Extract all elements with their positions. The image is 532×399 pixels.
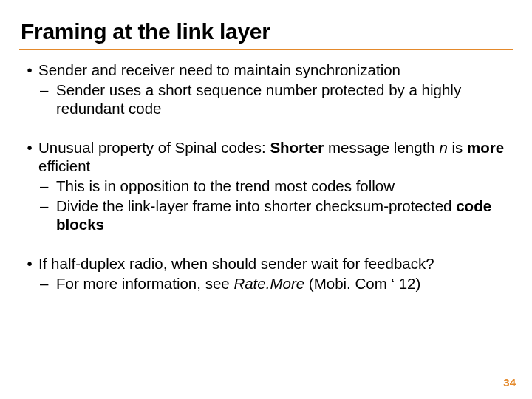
slide: Framing at the link layer • Sender and r… bbox=[0, 0, 532, 399]
text-run-bold: more bbox=[467, 139, 504, 156]
slide-title: Framing at the link layer bbox=[21, 19, 511, 44]
bullet-2-sub-1: – This is in opposition to the trend mos… bbox=[40, 177, 511, 195]
bullet-3: • If half-duplex radio, when should send… bbox=[21, 254, 511, 273]
bullet-1-sub-1-text: Sender uses a short sequence number prot… bbox=[56, 81, 511, 117]
slide-body: • Sender and receiver need to maintain s… bbox=[21, 61, 511, 293]
bullet-2-sub-1-text: This is in opposition to the trend most … bbox=[56, 177, 511, 195]
bullet-dash-icon: – bbox=[40, 274, 56, 293]
bullet-dash-icon: – bbox=[40, 81, 56, 117]
bullet-2-sub-2: – Divide the link-layer frame into short… bbox=[40, 197, 511, 233]
bullet-dash-icon: – bbox=[40, 177, 56, 195]
page-number: 34 bbox=[503, 376, 516, 389]
text-run: Divide the link-layer frame into shorter… bbox=[56, 197, 456, 214]
bullet-1-sub-1: – Sender uses a short sequence number pr… bbox=[40, 81, 511, 117]
text-run: is bbox=[448, 139, 467, 156]
text-run: (Mobi. Com ‘ 12) bbox=[304, 275, 420, 292]
bullet-3-text: If half-duplex radio, when should sender… bbox=[38, 254, 511, 273]
text-run: Unusual property of Spinal codes: bbox=[38, 139, 270, 156]
text-run-italic: Rate.More bbox=[233, 275, 304, 292]
bullet-1-text: Sender and receiver need to maintain syn… bbox=[38, 61, 511, 79]
text-run: message length bbox=[324, 139, 439, 156]
text-run-italic: n bbox=[439, 139, 447, 156]
bullet-3-sub-1-text: For more information, see Rate.More (Mob… bbox=[56, 274, 511, 293]
text-run-bold: Shorter bbox=[270, 139, 324, 156]
bullet-dot-icon: • bbox=[21, 138, 38, 175]
bullet-1: • Sender and receiver need to maintain s… bbox=[21, 61, 511, 79]
text-run: For more information, see bbox=[56, 275, 233, 292]
bullet-2: • Unusual property of Spinal codes: Shor… bbox=[21, 138, 511, 175]
bullet-3-sub-1: – For more information, see Rate.More (M… bbox=[40, 274, 511, 293]
bullet-dash-icon: – bbox=[40, 197, 56, 233]
bullet-2-sub-2-text: Divide the link-layer frame into shorter… bbox=[56, 197, 511, 233]
bullet-dot-icon: • bbox=[21, 254, 38, 273]
text-run: efficient bbox=[38, 157, 90, 174]
bullet-2-text: Unusual property of Spinal codes: Shorte… bbox=[38, 138, 511, 175]
title-rule bbox=[19, 49, 513, 50]
bullet-dot-icon: • bbox=[21, 61, 38, 79]
